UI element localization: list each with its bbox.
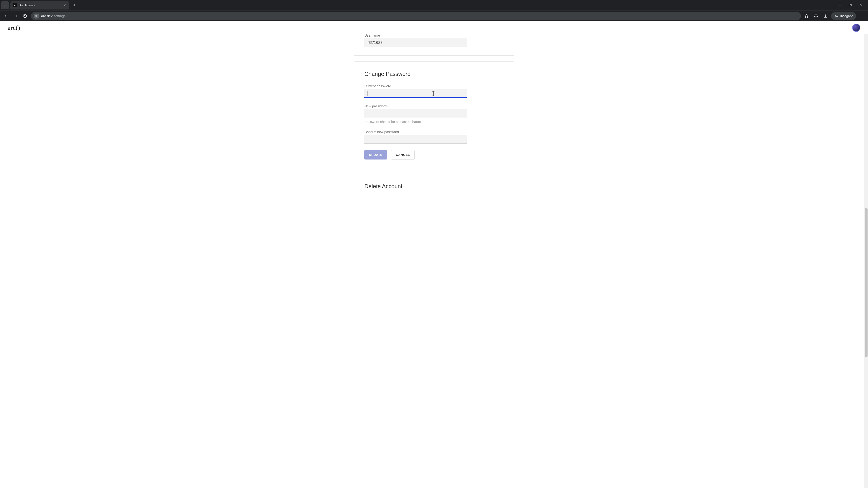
site-info-button[interactable] (34, 13, 39, 19)
svg-marker-14 (805, 14, 808, 18)
tab-title: Arc Account (20, 4, 61, 7)
kebab-icon (860, 14, 864, 18)
minimize-icon (839, 4, 842, 6)
current-password-field-wrap: Current password (364, 84, 504, 98)
svg-point-17 (835, 16, 836, 17)
username-card: Username (354, 33, 514, 56)
page-scrollbar[interactable] (864, 21, 868, 488)
bookmark-button[interactable] (803, 12, 810, 20)
window-maximize-button[interactable] (845, 1, 856, 9)
window-close-button[interactable] (856, 1, 866, 9)
tab-strip: Arc Account (0, 0, 868, 10)
text-caret (368, 91, 368, 96)
arrow-right-icon (13, 14, 18, 18)
url-path: /settings (53, 14, 66, 18)
profile-avatar[interactable] (852, 24, 860, 32)
update-button[interactable]: UPDATE (364, 150, 387, 160)
browser-tab[interactable]: Arc Account (10, 1, 69, 9)
url-text: arc.dev/settings (41, 14, 66, 18)
cancel-button[interactable]: CANCEL (391, 150, 414, 160)
arrow-left-icon (4, 14, 8, 18)
page-viewport: arc() Username Change Password Current p… (0, 21, 868, 488)
close-icon (860, 4, 863, 7)
svg-point-18 (837, 16, 838, 17)
tab-favicon (13, 3, 17, 7)
incognito-label: Incognito (840, 14, 853, 18)
check-icon (14, 4, 17, 6)
new-tab-button[interactable] (71, 2, 78, 8)
confirm-password-input[interactable] (364, 135, 467, 144)
new-password-helper: Password should be at least 8 characters… (364, 120, 504, 124)
new-password-input[interactable] (364, 109, 467, 118)
current-password-label: Current password (364, 84, 504, 88)
incognito-chip[interactable]: Incognito (831, 12, 856, 20)
downloads-button[interactable] (822, 12, 829, 20)
browser-menu-button[interactable] (858, 12, 866, 20)
window-minimize-button[interactable] (835, 1, 845, 9)
browser-toolbar: arc.dev/settings Incognito (0, 10, 868, 21)
chevron-down-icon (3, 4, 6, 7)
confirm-password-label: Confirm new password (364, 130, 504, 134)
change-password-title: Change Password (364, 71, 504, 77)
tab-search-button[interactable] (1, 1, 9, 9)
reload-button[interactable] (21, 12, 29, 20)
settings-content: Username Change Password Current passwor… (0, 34, 868, 235)
address-bar[interactable]: arc.dev/settings (31, 12, 801, 20)
new-password-field-wrap: New password Password should be at least… (364, 104, 504, 124)
puzzle-icon (814, 14, 818, 18)
forward-button[interactable] (12, 12, 20, 20)
extensions-button[interactable] (812, 12, 820, 20)
site-header: arc() (0, 21, 868, 34)
svg-point-20 (862, 15, 862, 15)
url-host: arc.dev (41, 14, 53, 18)
username-field[interactable] (364, 38, 467, 47)
delete-account-card: Delete Account (354, 174, 514, 217)
window-controls (835, 1, 866, 9)
new-password-label: New password (364, 104, 504, 108)
svg-rect-5 (850, 4, 851, 6)
svg-point-21 (862, 15, 862, 16)
change-password-card: Change Password Current password New pas… (354, 61, 514, 168)
delete-account-title: Delete Account (364, 183, 504, 190)
site-logo[interactable]: arc() (8, 24, 20, 31)
back-button[interactable] (2, 12, 10, 20)
close-icon (64, 4, 66, 6)
settings-column: Username Change Password Current passwor… (354, 34, 514, 217)
tab-close-button[interactable] (63, 3, 67, 7)
tune-icon (35, 14, 38, 18)
reload-icon (23, 14, 27, 18)
change-password-actions: UPDATE CANCEL (364, 150, 504, 160)
maximize-icon (849, 4, 852, 6)
scrollbar-thumb[interactable] (865, 208, 868, 357)
browser-chrome: Arc Account (0, 0, 868, 21)
incognito-icon (834, 14, 838, 18)
download-icon (824, 14, 828, 18)
page-scroll[interactable]: arc() Username Change Password Current p… (0, 21, 868, 488)
svg-point-22 (862, 17, 862, 18)
plus-icon (73, 4, 76, 7)
confirm-password-field-wrap: Confirm new password (364, 130, 504, 144)
star-icon (804, 14, 809, 18)
current-password-input[interactable] (364, 89, 467, 98)
